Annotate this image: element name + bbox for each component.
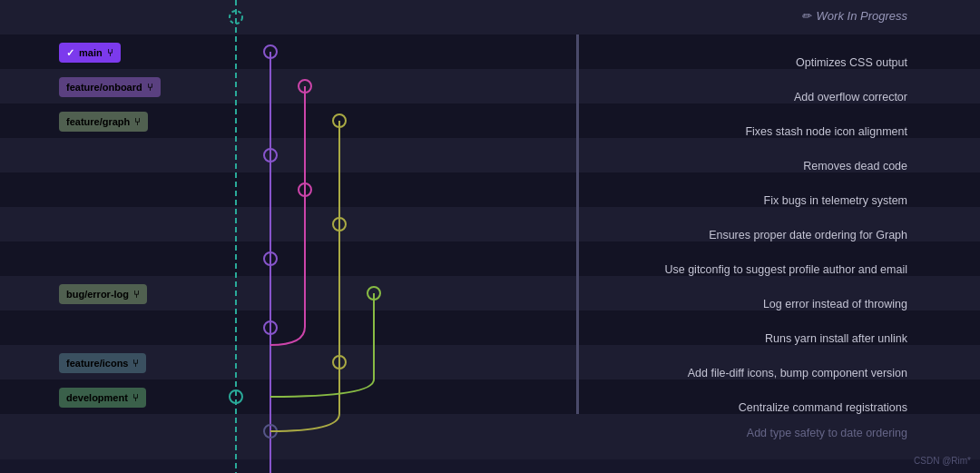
commit-msg-2: Add overflow corrector [794, 91, 907, 103]
branch-name-icons: feature/icons [66, 358, 128, 369]
commit-msg-7: Use gitconfig to suggest profile author … [664, 263, 907, 276]
branch-label-onboard[interactable]: feature/onboard ⑂ [59, 77, 161, 97]
left-bar-10 [576, 345, 579, 379]
fork-icon-main: ⑂ [107, 47, 113, 58]
left-bar-7 [576, 241, 579, 276]
left-bar-6 [576, 207, 579, 241]
branch-name-onboard: feature/onboard [66, 82, 142, 93]
fork-icon-icons: ⑂ [132, 358, 139, 369]
branch-name-development: development [66, 392, 128, 403]
left-bar-8 [576, 276, 579, 310]
branch-label-main[interactable]: ✓ main ⑂ [59, 43, 121, 63]
commit-msg-4: Removes dead code [803, 160, 907, 172]
left-bar-1 [576, 34, 579, 69]
left-bar-11 [576, 379, 579, 414]
commit-msg-12: Add type safety to date ordering [747, 427, 907, 439]
fork-icon-development: ⑂ [132, 392, 139, 403]
branch-label-errorlog[interactable]: bug/error-log ⑂ [59, 284, 147, 304]
commit-msg-9: Runs yarn install after unlink [765, 332, 907, 345]
commit-msg-10: Add file-diff icons, bump component vers… [688, 367, 907, 379]
branch-name-errorlog: bug/error-log [66, 289, 129, 300]
wip-label: Work In Progress [817, 9, 907, 23]
fork-icon-onboard: ⑂ [147, 82, 153, 93]
commit-msg-6: Ensures proper date ordering for Graph [709, 229, 907, 241]
branch-label-development[interactable]: development ⑂ [59, 388, 146, 408]
fork-icon-errorlog: ⑂ [133, 289, 140, 300]
commit-msg-8: Log error instead of throwing [763, 298, 907, 310]
commit-msg-1: Optimizes CSS output [796, 56, 907, 69]
left-bar-9 [576, 310, 579, 345]
commit-msg-5: Fix bugs in telemetry system [764, 194, 907, 207]
pencil-icon: ✏ [801, 9, 811, 23]
left-bar-4 [576, 138, 579, 172]
watermark: CSDN @Rim* [914, 456, 971, 466]
fork-icon-graph: ⑂ [134, 116, 141, 127]
branch-label-graph[interactable]: feature/graph ⑂ [59, 112, 148, 132]
left-bar-2 [576, 69, 579, 103]
left-bar-3 [576, 103, 579, 138]
commit-msg-11: Centralize command registrations [739, 401, 907, 414]
branch-label-icons[interactable]: feature/icons ⑂ [59, 353, 146, 373]
git-graph-container: ✓ main ⑂ feature/onboard ⑂ feature/graph… [0, 0, 980, 473]
wip-header: ✏ Work In Progress [801, 9, 907, 23]
branch-name-graph: feature/graph [66, 116, 130, 127]
left-bar-5 [576, 172, 579, 207]
check-icon: ✓ [66, 47, 74, 59]
branch-name-main: main [79, 47, 103, 58]
commit-msg-3: Fixes stash node icon alignment [745, 125, 907, 138]
